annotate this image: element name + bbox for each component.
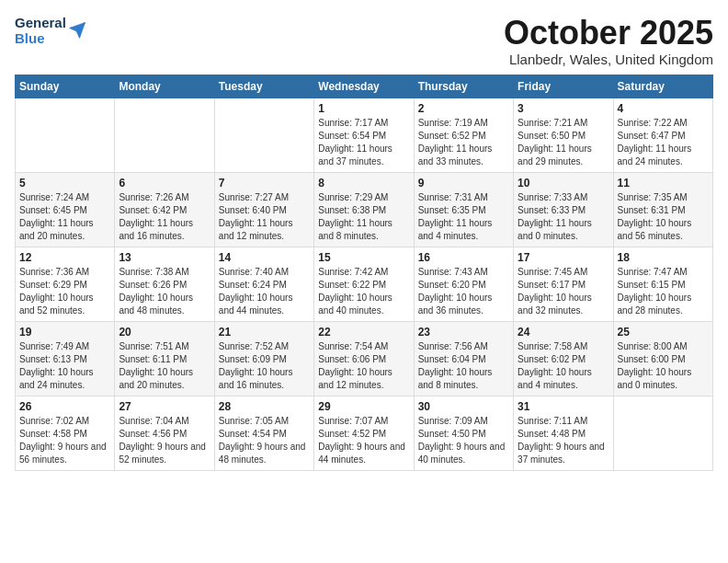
day-number: 11	[618, 177, 709, 190]
day-number: 4	[618, 102, 709, 115]
day-info: Sunrise: 7:45 AMSunset: 6:17 PMDaylight:…	[518, 266, 609, 317]
day-info: Sunrise: 7:49 AMSunset: 6:13 PMDaylight:…	[19, 340, 110, 392]
day-number: 2	[418, 102, 509, 115]
day-number: 12	[19, 251, 110, 264]
calendar-cell: 27Sunrise: 7:04 AMSunset: 4:56 PMDayligh…	[115, 396, 214, 470]
day-number: 15	[318, 251, 409, 264]
calendar-cell: 20Sunrise: 7:51 AMSunset: 6:11 PMDayligh…	[115, 321, 214, 396]
calendar-cell: 26Sunrise: 7:02 AMSunset: 4:58 PMDayligh…	[16, 396, 115, 470]
weekday-header: Sunday	[16, 75, 115, 98]
calendar-cell: 18Sunrise: 7:47 AMSunset: 6:15 PMDayligh…	[613, 247, 712, 321]
day-info: Sunrise: 7:09 AMSunset: 4:50 PMDaylight:…	[418, 415, 509, 466]
logo-general: General	[15, 15, 66, 30]
day-number: 9	[418, 177, 509, 190]
day-info: Sunrise: 7:33 AMSunset: 6:33 PMDaylight:…	[518, 191, 609, 243]
month-title: October 2025	[504, 15, 713, 52]
calendar-body: 1Sunrise: 7:17 AMSunset: 6:54 PMDaylight…	[16, 98, 713, 470]
calendar-cell: 19Sunrise: 7:49 AMSunset: 6:13 PMDayligh…	[16, 321, 115, 396]
day-info: Sunrise: 7:35 AMSunset: 6:31 PMDaylight:…	[618, 191, 709, 243]
weekday-header: Thursday	[414, 75, 513, 98]
weekday-header: Monday	[115, 75, 214, 98]
day-number: 1	[318, 102, 409, 115]
day-number: 19	[19, 326, 110, 339]
day-number: 22	[318, 326, 409, 339]
calendar-week-row: 12Sunrise: 7:36 AMSunset: 6:29 PMDayligh…	[16, 247, 713, 321]
day-number: 7	[219, 177, 310, 190]
day-info: Sunrise: 7:43 AMSunset: 6:20 PMDaylight:…	[418, 266, 509, 317]
calendar-cell	[115, 98, 214, 172]
day-number: 29	[318, 400, 409, 413]
calendar-cell: 28Sunrise: 7:05 AMSunset: 4:54 PMDayligh…	[214, 396, 313, 470]
day-number: 20	[119, 326, 210, 339]
page-header: General Blue October 2025 Llanbedr, Wale…	[15, 15, 713, 67]
day-number: 30	[418, 400, 509, 413]
calendar-table: SundayMondayTuesdayWednesdayThursdayFrid…	[15, 75, 713, 471]
logo: General Blue	[15, 15, 86, 46]
day-info: Sunrise: 7:56 AMSunset: 6:04 PMDaylight:…	[418, 340, 509, 392]
day-info: Sunrise: 7:52 AMSunset: 6:09 PMDaylight:…	[219, 340, 310, 392]
day-number: 24	[518, 326, 609, 339]
day-info: Sunrise: 7:17 AMSunset: 6:54 PMDaylight:…	[318, 117, 409, 168]
calendar-cell: 13Sunrise: 7:38 AMSunset: 6:26 PMDayligh…	[115, 247, 214, 321]
day-info: Sunrise: 7:11 AMSunset: 4:48 PMDaylight:…	[518, 415, 609, 466]
calendar-cell: 12Sunrise: 7:36 AMSunset: 6:29 PMDayligh…	[16, 247, 115, 321]
day-info: Sunrise: 7:54 AMSunset: 6:06 PMDaylight:…	[318, 340, 409, 392]
day-number: 26	[19, 400, 110, 413]
weekday-row: SundayMondayTuesdayWednesdayThursdayFrid…	[16, 75, 713, 98]
weekday-header: Tuesday	[214, 75, 313, 98]
calendar-cell: 25Sunrise: 8:00 AMSunset: 6:00 PMDayligh…	[613, 321, 712, 396]
calendar-cell: 29Sunrise: 7:07 AMSunset: 4:52 PMDayligh…	[314, 396, 414, 470]
calendar-week-row: 5Sunrise: 7:24 AMSunset: 6:45 PMDaylight…	[16, 172, 713, 247]
day-info: Sunrise: 7:04 AMSunset: 4:56 PMDaylight:…	[119, 415, 210, 466]
day-number: 25	[618, 326, 709, 339]
day-info: Sunrise: 8:00 AMSunset: 6:00 PMDaylight:…	[618, 340, 709, 392]
day-number: 18	[618, 251, 709, 264]
calendar-cell: 31Sunrise: 7:11 AMSunset: 4:48 PMDayligh…	[514, 396, 613, 470]
day-number: 6	[119, 177, 210, 190]
day-number: 21	[219, 326, 310, 339]
calendar-cell: 24Sunrise: 7:58 AMSunset: 6:02 PMDayligh…	[514, 321, 613, 396]
day-number: 27	[119, 400, 210, 413]
calendar-cell: 3Sunrise: 7:21 AMSunset: 6:50 PMDaylight…	[514, 98, 613, 172]
day-number: 23	[418, 326, 509, 339]
calendar-cell: 6Sunrise: 7:26 AMSunset: 6:42 PMDaylight…	[115, 172, 214, 247]
day-number: 10	[518, 177, 609, 190]
calendar-cell: 17Sunrise: 7:45 AMSunset: 6:17 PMDayligh…	[514, 247, 613, 321]
calendar-cell: 30Sunrise: 7:09 AMSunset: 4:50 PMDayligh…	[414, 396, 513, 470]
calendar-cell	[16, 98, 115, 172]
calendar-cell: 23Sunrise: 7:56 AMSunset: 6:04 PMDayligh…	[414, 321, 513, 396]
calendar-cell: 11Sunrise: 7:35 AMSunset: 6:31 PMDayligh…	[613, 172, 712, 247]
bird-icon	[68, 21, 86, 40]
calendar-cell	[613, 396, 712, 470]
day-number: 17	[518, 251, 609, 264]
day-number: 3	[518, 102, 609, 115]
calendar-cell: 4Sunrise: 7:22 AMSunset: 6:47 PMDaylight…	[613, 98, 712, 172]
day-info: Sunrise: 7:38 AMSunset: 6:26 PMDaylight:…	[119, 266, 210, 317]
day-info: Sunrise: 7:05 AMSunset: 4:54 PMDaylight:…	[219, 415, 310, 466]
weekday-header: Saturday	[613, 75, 712, 98]
day-info: Sunrise: 7:42 AMSunset: 6:22 PMDaylight:…	[318, 266, 409, 317]
calendar-cell: 22Sunrise: 7:54 AMSunset: 6:06 PMDayligh…	[314, 321, 414, 396]
day-info: Sunrise: 7:26 AMSunset: 6:42 PMDaylight:…	[119, 191, 210, 243]
title-block: October 2025 Llanbedr, Wales, United Kin…	[504, 15, 713, 67]
day-info: Sunrise: 7:51 AMSunset: 6:11 PMDaylight:…	[119, 340, 210, 392]
calendar-cell: 1Sunrise: 7:17 AMSunset: 6:54 PMDaylight…	[314, 98, 414, 172]
day-number: 5	[19, 177, 110, 190]
calendar-header: SundayMondayTuesdayWednesdayThursdayFrid…	[16, 75, 713, 98]
day-info: Sunrise: 7:07 AMSunset: 4:52 PMDaylight:…	[318, 415, 409, 466]
day-number: 14	[219, 251, 310, 264]
calendar-cell: 15Sunrise: 7:42 AMSunset: 6:22 PMDayligh…	[314, 247, 414, 321]
calendar-week-row: 19Sunrise: 7:49 AMSunset: 6:13 PMDayligh…	[16, 321, 713, 396]
calendar-cell: 8Sunrise: 7:29 AMSunset: 6:38 PMDaylight…	[314, 172, 414, 247]
calendar-week-row: 26Sunrise: 7:02 AMSunset: 4:58 PMDayligh…	[16, 396, 713, 470]
calendar-week-row: 1Sunrise: 7:17 AMSunset: 6:54 PMDaylight…	[16, 98, 713, 172]
day-info: Sunrise: 7:36 AMSunset: 6:29 PMDaylight:…	[19, 266, 110, 317]
calendar-cell: 14Sunrise: 7:40 AMSunset: 6:24 PMDayligh…	[214, 247, 313, 321]
day-info: Sunrise: 7:02 AMSunset: 4:58 PMDaylight:…	[19, 415, 110, 466]
day-info: Sunrise: 7:58 AMSunset: 6:02 PMDaylight:…	[518, 340, 609, 392]
weekday-header: Wednesday	[314, 75, 414, 98]
weekday-header: Friday	[514, 75, 613, 98]
day-info: Sunrise: 7:22 AMSunset: 6:47 PMDaylight:…	[618, 117, 709, 168]
day-info: Sunrise: 7:21 AMSunset: 6:50 PMDaylight:…	[518, 117, 609, 168]
day-number: 28	[219, 400, 310, 413]
